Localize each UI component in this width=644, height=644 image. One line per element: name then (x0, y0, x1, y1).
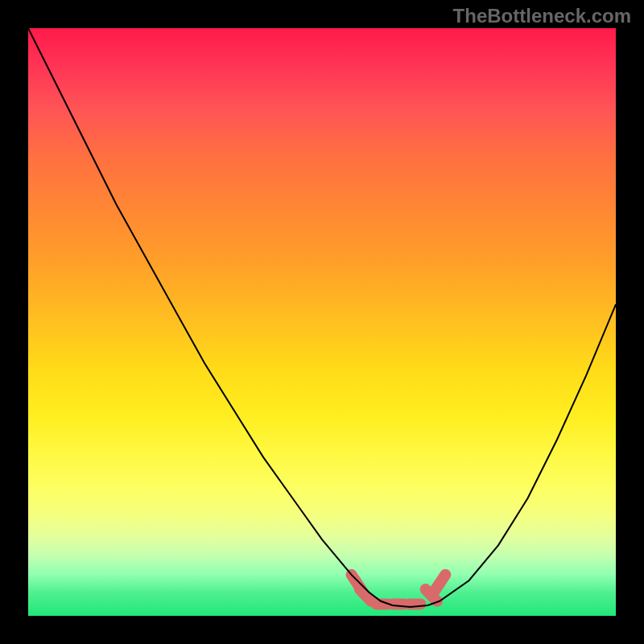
chart-svg (28, 28, 616, 616)
chart-plot-area (28, 28, 616, 616)
watermark-text: TheBottleneck.com (453, 5, 631, 27)
bottleneck-curve (28, 28, 616, 607)
